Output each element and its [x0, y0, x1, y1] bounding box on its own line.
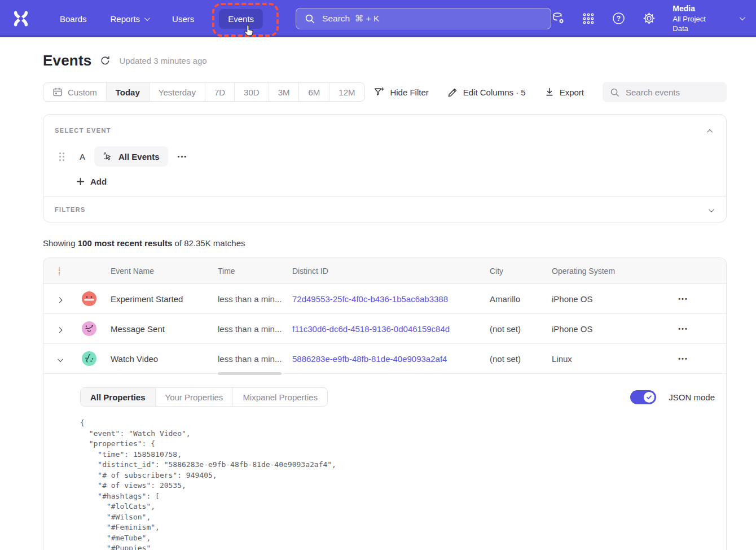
date-range-6m[interactable]: 6M [298, 83, 329, 101]
export-label: Export [560, 88, 584, 97]
page-title: Events [43, 52, 91, 69]
add-event-button[interactable]: Add [76, 177, 107, 186]
city-cell: Amarillo [490, 294, 552, 304]
apps-grid-icon[interactable] [582, 12, 595, 25]
results-suffix: of 82.35K matches [172, 238, 245, 248]
date-range-custom-label: Custom [68, 88, 97, 97]
collapse-section-button[interactable] [706, 123, 715, 138]
search-icon [305, 14, 315, 24]
project-scope: All Project Data [673, 14, 721, 34]
table-header-row: ↓ ↑ Event Name Time Distinct ID City Ope… [43, 258, 726, 284]
filters-label: FILTERS [55, 206, 86, 213]
column-header-time[interactable]: Time [218, 267, 292, 276]
toggle-knob [644, 392, 654, 403]
filter-funnel-icon [373, 86, 385, 98]
date-range-custom[interactable]: Custom [43, 83, 106, 101]
navbar-right: ? Media All Project Data [551, 3, 744, 34]
date-range-12m-label: 12M [339, 88, 355, 97]
column-header-os[interactable]: Operating System [552, 267, 631, 276]
events-table: ↓ ↑ Event Name Time Distinct ID City Ope… [43, 257, 727, 550]
date-range-12m[interactable]: 12M [329, 83, 364, 101]
calendar-icon [52, 87, 63, 97]
date-range-3m-label: 3M [278, 88, 290, 97]
expand-row-button[interactable] [55, 291, 64, 307]
event-avatar [82, 291, 96, 306]
date-range-today[interactable]: Today [106, 83, 149, 101]
project-chevron-down-icon[interactable] [740, 15, 745, 21]
horizontal-scrollbar-thumb[interactable] [218, 372, 282, 375]
row-more-button[interactable]: ••• [678, 325, 688, 332]
date-range-yesterday[interactable]: Yesterday [149, 83, 205, 101]
project-switcher[interactable]: Media All Project Data [673, 3, 721, 34]
filters-section-toggle[interactable]: FILTERS [43, 197, 726, 222]
tab-your-properties[interactable]: Your Properties [155, 388, 233, 406]
tab-all-properties[interactable]: All Properties [81, 388, 155, 406]
clause-more-button[interactable]: ••• [178, 153, 188, 160]
expand-row-button[interactable] [55, 321, 64, 337]
events-annotation-wrap: Events [219, 9, 263, 29]
date-range-30d[interactable]: 30D [234, 83, 269, 101]
hide-filter-label: Hide Filter [390, 88, 428, 97]
column-header-city[interactable]: City [490, 267, 552, 276]
row-more-button[interactable]: ••• [678, 355, 688, 362]
data-management-icon[interactable] [551, 11, 565, 25]
date-range-control: Custom Today Yesterday 7D 30D 3M 6M 12M [43, 82, 365, 102]
nav-item-reports-label: Reports [111, 14, 140, 24]
refresh-button[interactable] [100, 55, 111, 66]
cursor-pointer-icon [243, 24, 256, 38]
download-icon [544, 87, 555, 97]
sort-icon[interactable]: ↓ ↑ [58, 266, 61, 276]
event-avatar [82, 321, 96, 336]
column-header-event-name[interactable]: Event Name [111, 267, 218, 276]
nav-item-events-label: Events [228, 14, 254, 24]
nav-item-reports[interactable]: Reports [102, 9, 158, 29]
pencil-icon [447, 87, 458, 98]
settings-gear-icon[interactable] [642, 11, 656, 25]
edit-columns-label: Edit Columns · 5 [463, 88, 526, 97]
plus-icon [76, 177, 85, 186]
date-range-yesterday-label: Yesterday [159, 88, 196, 97]
json-mode-toggle[interactable] [630, 390, 656, 404]
hide-filter-button[interactable]: Hide Filter [373, 86, 428, 98]
tab-mixpanel-properties[interactable]: Mixpanel Properties [232, 388, 327, 406]
date-range-7d[interactable]: 7D [205, 83, 234, 101]
export-button[interactable]: Export [544, 87, 584, 97]
json-mode-label: JSON mode [669, 392, 715, 402]
top-navbar: Boards Reports Users Events [0, 0, 756, 37]
table-row-expanded: Watch Video less than a min... 5886283e-… [43, 344, 726, 374]
global-search-input[interactable] [321, 13, 542, 24]
row-more-button[interactable]: ••• [678, 295, 688, 302]
nav-item-boards-label: Boards [60, 14, 87, 24]
date-range-6m-label: 6M [308, 88, 320, 97]
date-range-3m[interactable]: 3M [269, 83, 299, 101]
nav-item-events[interactable]: Events [219, 9, 263, 29]
distinct-id-link[interactable]: 5886283e-e9fb-48fb-81de-40e9093a2af4 [292, 354, 447, 364]
search-events [603, 82, 727, 102]
column-header-distinct-id[interactable]: Distinct ID [292, 267, 490, 276]
event-avatar [82, 351, 96, 366]
nav-item-boards[interactable]: Boards [51, 9, 96, 29]
search-events-input[interactable] [625, 87, 719, 98]
expand-filters-button[interactable] [706, 202, 715, 217]
time-cell: less than a min... [218, 294, 292, 304]
updated-timestamp: Updated 3 minutes ago [119, 56, 206, 66]
date-range-7d-label: 7D [214, 88, 225, 97]
event-selector-chip[interactable]: All Events [94, 146, 168, 167]
distinct-id-link[interactable]: f11c30d6-dc6d-4518-9136-0d046159c84d [292, 324, 450, 334]
nav-item-users[interactable]: Users [163, 9, 203, 29]
city-cell: (not set) [490, 324, 552, 334]
results-prefix: Showing [43, 238, 78, 248]
chevron-down-icon [144, 15, 150, 21]
drag-handle[interactable] [59, 152, 64, 161]
nav-item-users-label: Users [172, 14, 194, 24]
table-row: Experiment Started less than a min... 72… [43, 284, 726, 314]
event-detail-panel: All Properties Your Properties Mixpanel … [43, 374, 726, 550]
edit-columns-button[interactable]: Edit Columns · 5 [447, 87, 526, 98]
date-range-30d-label: 30D [244, 88, 260, 97]
collapse-row-button[interactable] [55, 351, 64, 366]
help-icon[interactable]: ? [612, 11, 626, 25]
select-event-label: SELECT EVENT [55, 127, 111, 134]
clause-letter: A [80, 152, 87, 161]
distinct-id-link[interactable]: 72d49553-25fc-4f0c-b436-1b5ac6ab3388 [292, 294, 448, 304]
mixpanel-logo-icon[interactable] [12, 10, 29, 27]
